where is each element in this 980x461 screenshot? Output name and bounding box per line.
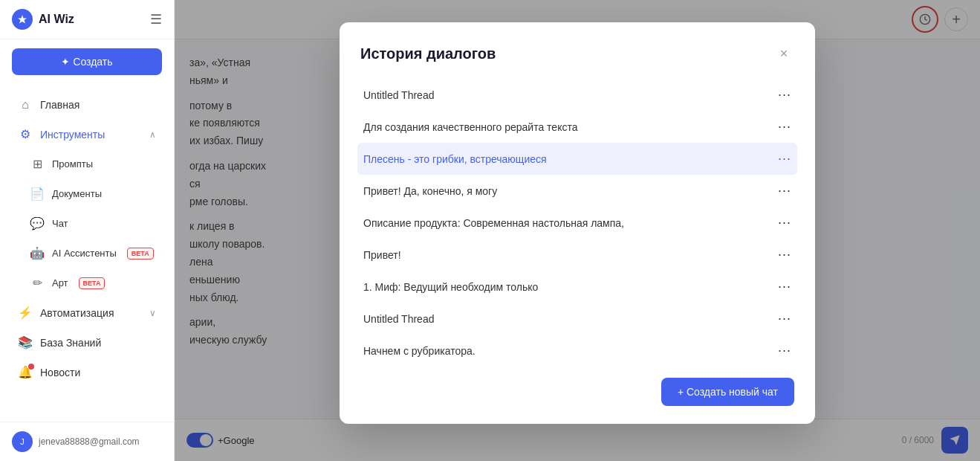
new-chat-button[interactable]: + Создать новый чат [661,378,794,406]
dialog-thread-list: Untitled Thread ··· Для создания качеств… [357,79,797,363]
sidebar-item-label: Новости [40,367,80,378]
sidebar-item-home[interactable]: ⌂ Главная [6,91,168,119]
overlay[interactable]: История диалогов × Untitled Thread ··· Д… [175,0,980,461]
sidebar-item-label: AI Ассистенты [52,248,117,259]
thread-menu-icon[interactable]: ··· [778,151,791,167]
logo-icon [12,9,33,30]
sidebar-item-assistants[interactable]: 🤖 AI Ассистенты BETA [18,239,168,268]
chat-icon: 💬 [30,216,45,230]
dialog-close-button[interactable]: × [773,43,794,64]
thread-text: Untitled Thread [363,313,778,325]
thread-text: Untitled Thread [363,89,778,101]
docs-icon: 📄 [30,187,45,201]
beta-badge: BETA [127,248,154,259]
dialog-footer: + Создать новый чат [360,378,794,406]
sidebar-item-prompts[interactable]: ⊞ Промпты [18,149,168,178]
thread-text: Плесень - это грибки, встречающиеся [363,153,778,165]
chevron-up-icon: ∧ [149,129,156,140]
dialog-title: История диалогов [360,45,496,62]
thread-item[interactable]: Для создания качественного рерайта текст… [357,111,797,143]
sidebar-item-news[interactable]: 🔔 Новости [6,358,168,387]
sidebar-item-label: Промпты [52,158,93,170]
nav-items: ⌂ Главная ⚙ Инструменты ∧ ⊞ Промпты 📄 До… [0,84,174,422]
thread-menu-icon[interactable]: ··· [778,247,791,262]
thread-menu-icon[interactable]: ··· [778,183,791,199]
sidebar-item-knowledge[interactable]: 📚 База Знаний [6,328,168,357]
sidebar-item-automation[interactable]: ⚡ Автоматизация ∨ [6,298,168,327]
automation-icon: ⚡ [18,306,33,320]
thread-menu-icon[interactable]: ··· [778,87,791,103]
sidebar-item-chat[interactable]: 💬 Чат [18,209,168,238]
news-icon: 🔔 [18,365,33,379]
sidebar-item-label: База Знаний [40,337,101,349]
thread-text: Начнем с рубрикатора. [363,345,778,357]
thread-item[interactable]: Привет! Да, конечно, я могу ··· [357,175,797,207]
art-beta-badge: BETA [79,277,106,289]
thread-menu-icon[interactable]: ··· [778,215,791,230]
main-content: + за», «Устнаяньям» и потому вке появляю… [175,0,980,461]
thread-text: Привет! Да, конечно, я могу [363,185,778,197]
thread-item[interactable]: Untitled Thread ··· [357,79,797,111]
nav-sub-tools: ⊞ Промпты 📄 Документы 💬 Чат 🤖 AI Ассисте… [0,149,174,297]
art-icon: ✏ [30,276,45,290]
sidebar-item-label: Документы [52,188,102,199]
sidebar-header: AI Wiz ☰ [0,0,174,39]
sidebar-item-label: Инструменты [40,129,105,141]
thread-item[interactable]: Привет! ··· [357,239,797,271]
thread-item[interactable]: Плесень - это грибки, встречающиеся ··· [357,143,797,175]
sidebar-logo: AI Wiz [12,9,74,30]
sidebar: AI Wiz ☰ ✦ Создать ⌂ Главная ⚙ Инструмен… [0,0,175,461]
dialog-modal: История диалогов × Untitled Thread ··· Д… [340,22,815,424]
user-email: jeneva88888@gmail.com [39,436,140,447]
prompts-icon: ⊞ [30,157,45,171]
thread-item[interactable]: Untitled Thread ··· [357,303,797,335]
chevron-down-icon: ∨ [149,308,156,318]
sidebar-item-label: Главная [40,99,79,111]
sidebar-item-label: Автоматизация [40,307,114,319]
tools-icon: ⚙ [18,127,33,141]
hamburger-icon[interactable]: ☰ [150,11,162,28]
thread-text: Описание продукта: Современная настольна… [363,217,778,229]
thread-menu-icon[interactable]: ··· [778,119,791,135]
thread-text: Привет! [363,249,778,261]
thread-menu-icon[interactable]: ··· [778,343,791,358]
sidebar-item-label: Чат [52,218,68,229]
sidebar-item-docs[interactable]: 📄 Документы [18,179,168,208]
dialog-header: История диалогов × [360,43,794,64]
thread-menu-icon[interactable]: ··· [778,279,791,294]
thread-menu-icon[interactable]: ··· [778,311,791,326]
home-icon: ⌂ [18,98,33,112]
sidebar-item-tools[interactable]: ⚙ Инструменты ∧ [6,120,168,149]
sidebar-item-art[interactable]: ✏ Арт BETA [18,268,168,297]
sidebar-footer: J jeneva88888@gmail.com [0,422,174,461]
assistants-icon: 🤖 [30,246,45,260]
thread-item[interactable]: Начнем с рубрикатора. ··· [357,335,797,363]
app-name: AI Wiz [39,13,74,26]
thread-text: Для создания качественного рерайта текст… [363,121,778,133]
create-button[interactable]: ✦ Создать [12,48,162,75]
knowledge-icon: 📚 [18,335,33,349]
sidebar-item-label: Арт [52,277,68,288]
avatar: J [12,431,33,452]
thread-text: 1. Миф: Ведущий необходим только [363,281,778,293]
thread-item[interactable]: 1. Миф: Ведущий необходим только ··· [357,271,797,303]
thread-item[interactable]: Описание продукта: Современная настольна… [357,207,797,239]
